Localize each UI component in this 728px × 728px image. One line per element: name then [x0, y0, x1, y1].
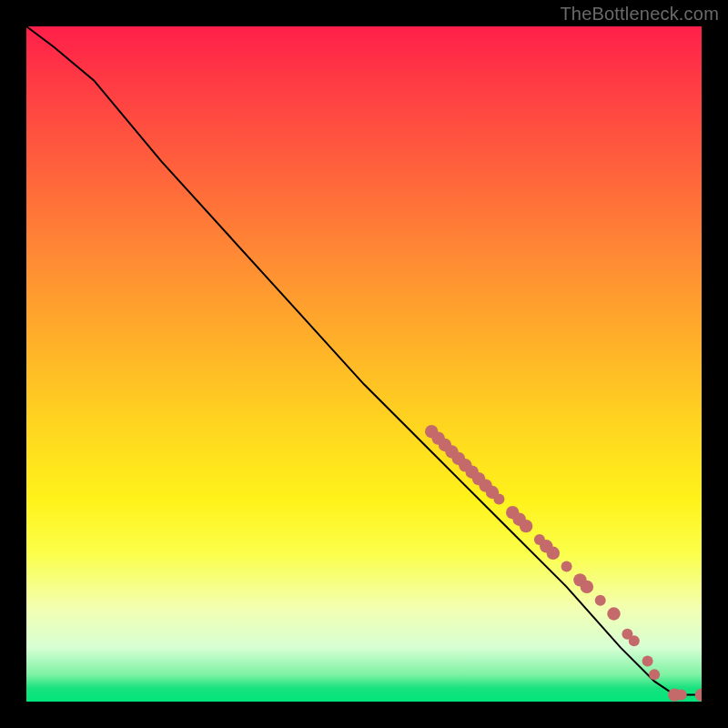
data-marker: [581, 581, 593, 593]
data-marker: [695, 688, 702, 701]
data-marker: [649, 669, 660, 680]
data-marker: [493, 493, 504, 504]
data-marker: [595, 595, 606, 606]
plot-area: [26, 26, 702, 702]
data-marker: [676, 690, 687, 701]
data-marker: [547, 547, 560, 560]
attribution-text: TheBottleneck.com: [560, 4, 719, 25]
data-marker: [629, 635, 640, 646]
data-marker: [561, 561, 572, 572]
bottleneck-curve: [26, 26, 702, 695]
chart-stage: TheBottleneck.com: [0, 0, 728, 728]
marker-group: [425, 425, 702, 702]
data-marker: [520, 520, 532, 532]
chart-svg: [26, 26, 702, 702]
data-marker: [607, 607, 620, 620]
data-marker: [642, 656, 653, 667]
